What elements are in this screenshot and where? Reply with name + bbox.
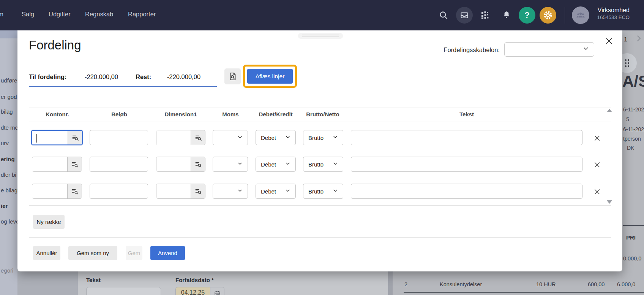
belob-input[interactable] bbox=[90, 184, 148, 199]
pagination-next-icon bbox=[635, 34, 643, 44]
tekst-input[interactable] bbox=[351, 184, 582, 199]
footer-divider bbox=[29, 237, 611, 238]
apply-button[interactable]: Anvend bbox=[150, 246, 185, 260]
lookup-list-search-icon[interactable] bbox=[68, 131, 82, 144]
chevron-down-icon bbox=[285, 188, 291, 195]
due-date-label: Forfaldsdato * bbox=[175, 277, 214, 283]
sidebar-item: urv bbox=[1, 140, 9, 146]
close-icon[interactable] bbox=[604, 36, 614, 46]
sidebar-item: dte me bbox=[1, 124, 17, 131]
settings-gear-icon[interactable] bbox=[540, 7, 556, 24]
lookup-list-search-icon[interactable] bbox=[67, 157, 82, 171]
dimension1-lookup-field[interactable] bbox=[156, 157, 205, 172]
debet-kredit-select[interactable]: Debet bbox=[256, 130, 296, 145]
search-icon[interactable] bbox=[435, 7, 452, 24]
brutto-netto-value: Brutto bbox=[308, 135, 324, 141]
brutto-netto-select[interactable]: Brutto bbox=[303, 130, 343, 145]
dimension1-input[interactable] bbox=[156, 130, 191, 145]
nav-item-hjem[interactable]: em bbox=[0, 11, 3, 18]
kontonr-input[interactable] bbox=[32, 131, 68, 144]
dimension1-lookup-field[interactable] bbox=[156, 130, 205, 145]
chevron-down-icon bbox=[237, 161, 243, 168]
kontonr-lookup-field[interactable] bbox=[31, 130, 83, 145]
sidebar-item: bilag bbox=[1, 108, 13, 115]
apps-grid-icon[interactable] bbox=[477, 7, 494, 24]
nav-item-rapporter[interactable]: Rapporter bbox=[128, 11, 156, 18]
background-amount: 0.000,0 bbox=[623, 255, 641, 262]
new-row-button[interactable]: Ny række bbox=[33, 215, 65, 229]
lookup-list-search-icon[interactable] bbox=[191, 184, 205, 198]
moms-select[interactable] bbox=[213, 130, 248, 145]
background-bottom-form: Tekst Forfaldsdato * 04.12.25 bbox=[78, 271, 388, 295]
debet-kredit-select[interactable]: Debet bbox=[256, 157, 296, 172]
tekst-input[interactable] bbox=[351, 157, 582, 172]
moms-select[interactable] bbox=[213, 184, 248, 199]
cancel-button[interactable]: Annullér bbox=[33, 246, 60, 260]
sidebar-item: udføre bbox=[1, 77, 17, 84]
background-totals-line bbox=[623, 225, 644, 226]
brutto-netto-select[interactable]: Brutto bbox=[303, 157, 343, 172]
dimension1-lookup-field[interactable] bbox=[156, 184, 205, 199]
chevron-down-icon bbox=[285, 134, 291, 141]
column-header-moms: Moms bbox=[222, 111, 238, 117]
help-icon[interactable]: ? bbox=[519, 7, 535, 24]
save-button[interactable]: Gem bbox=[126, 246, 142, 260]
inbox-icon[interactable] bbox=[456, 7, 473, 24]
delete-row-icon[interactable] bbox=[592, 160, 602, 170]
table-header-border bbox=[29, 122, 611, 122]
chevron-down-icon bbox=[332, 134, 338, 141]
kontonr-lookup-field[interactable] bbox=[32, 157, 82, 172]
table-top-border bbox=[29, 108, 611, 108]
moms-select[interactable] bbox=[213, 157, 248, 172]
row-separator bbox=[29, 151, 611, 151]
top-navbar: em Salg Udgifter Regnskab Rapporter bbox=[0, 0, 644, 30]
navbar-divider bbox=[565, 7, 565, 24]
belob-input[interactable] bbox=[90, 130, 148, 145]
scroll-up-icon[interactable] bbox=[607, 109, 612, 112]
preview-document-icon[interactable] bbox=[224, 68, 241, 84]
debet-kredit-value: Debet bbox=[261, 188, 276, 195]
delete-row-icon[interactable] bbox=[592, 187, 602, 197]
nav-item-regnskab[interactable]: Regnskab bbox=[85, 11, 113, 18]
background-detail-row: 6-11-202 bbox=[623, 106, 644, 113]
scroll-down-icon[interactable] bbox=[607, 200, 612, 204]
nav-item-udgifter[interactable]: Udgifter bbox=[49, 11, 71, 18]
company-info[interactable]: Virksomhed 1654533 ECO bbox=[597, 6, 630, 21]
kontonr-lookup-field[interactable] bbox=[32, 184, 82, 199]
summary-underline bbox=[29, 86, 217, 87]
lookup-list-search-icon[interactable] bbox=[191, 157, 205, 171]
company-avatar[interactable] bbox=[572, 6, 589, 24]
column-header-belob: Beløb bbox=[111, 111, 127, 117]
tekst-input[interactable] bbox=[351, 130, 582, 145]
background-bottom-left bbox=[17, 271, 78, 295]
kontonr-input[interactable] bbox=[32, 157, 67, 171]
background-detail-row: tperson bbox=[623, 136, 641, 142]
lookup-list-search-icon[interactable] bbox=[67, 184, 82, 198]
row-separator bbox=[29, 178, 611, 178]
modal-drag-handle[interactable] bbox=[298, 33, 343, 39]
lookup-list-search-icon[interactable] bbox=[191, 130, 205, 145]
dimension1-input[interactable] bbox=[156, 184, 191, 198]
sidebar-item: egori bbox=[1, 267, 13, 274]
debet-kredit-select[interactable]: Debet bbox=[256, 184, 296, 199]
chevron-down-icon bbox=[332, 188, 338, 195]
nav-item-salg[interactable]: Salg bbox=[22, 11, 34, 18]
template-select[interactable] bbox=[504, 42, 594, 57]
delete-row-icon[interactable] bbox=[592, 133, 602, 143]
line-separator bbox=[404, 292, 644, 293]
line-number: 2 bbox=[404, 281, 407, 287]
brutto-netto-select[interactable]: Brutto bbox=[303, 184, 343, 199]
column-header-tekst: Tekst bbox=[459, 111, 474, 117]
dimension1-input[interactable] bbox=[156, 157, 191, 171]
line-unit-price: 600,00 bbox=[588, 281, 605, 287]
brutto-netto-value: Brutto bbox=[308, 188, 324, 195]
line-text: Konsulentydelser bbox=[440, 281, 482, 287]
save-as-new-button[interactable]: Gem som ny bbox=[68, 246, 117, 260]
kontonr-input[interactable] bbox=[32, 184, 67, 198]
belob-input[interactable] bbox=[90, 157, 148, 172]
background-detail-row: 5 bbox=[626, 116, 629, 122]
line-amount: 6.000,0 bbox=[617, 281, 635, 287]
notifications-bell-icon[interactable] bbox=[498, 7, 515, 24]
read-lines-button[interactable]: Aflæs linjer bbox=[247, 69, 293, 84]
sidebar-item: er god bbox=[1, 94, 17, 100]
